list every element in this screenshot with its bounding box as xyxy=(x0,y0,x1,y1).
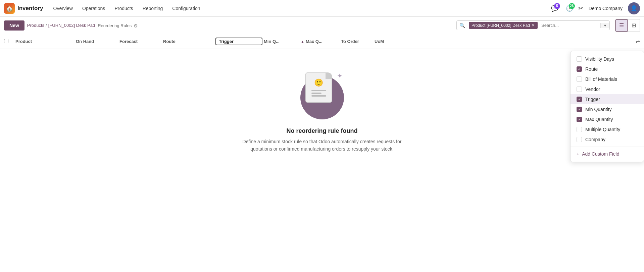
col-picker-divider xyxy=(571,147,644,147)
nav-products[interactable]: Products xyxy=(110,4,137,13)
col-toorder[interactable]: To Order xyxy=(340,39,373,44)
search-tag-value: [FURN_0002] Desk Pad xyxy=(487,23,530,28)
kanban-view-button[interactable]: ⊞ xyxy=(628,19,640,32)
search-icon: 🔍 xyxy=(457,23,468,28)
col-checkbox-route[interactable]: ✓ xyxy=(577,66,582,72)
col-checkbox-min-quantity[interactable]: ✓ xyxy=(577,107,582,112)
search-dropdown-button[interactable]: ▾ xyxy=(600,23,609,28)
col-product[interactable]: Product xyxy=(14,39,75,44)
col-checkbox-bom[interactable] xyxy=(577,76,582,82)
col-uom[interactable]: UoM xyxy=(373,39,400,44)
col-picker-item-visibility-days[interactable]: Visibility Days xyxy=(571,54,644,64)
breadcrumb-child[interactable]: [FURN_0002] Desk Pad xyxy=(48,23,95,28)
clock-icon-btn[interactable]: 🕐 26 xyxy=(563,2,576,14)
messages-badge: 26 xyxy=(569,3,575,9)
col-picker-item-multiple-quantity[interactable]: Multiple Quantity xyxy=(571,124,644,134)
col-picker-item-min-quantity[interactable]: ✓ Min Quantity xyxy=(571,104,644,114)
col-minq[interactable]: Min Q... xyxy=(262,39,299,44)
nav-operations[interactable]: Operations xyxy=(78,4,109,13)
chat-badge: 5 xyxy=(554,3,560,9)
list-view-button[interactable]: ☰ xyxy=(615,19,628,32)
col-picker-item-trigger[interactable]: ✓ Trigger xyxy=(571,94,644,104)
topnav-icons: 💬 5 🕐 26 ✂ Demo Company 👤 xyxy=(549,2,640,14)
col-picker-item-route[interactable]: ✓ Route xyxy=(571,64,644,74)
empty-description: Define a minimum stock rule so that Odoo… xyxy=(238,138,406,153)
col-checkbox-visibility-days[interactable] xyxy=(577,56,582,62)
add-custom-field-button[interactable]: + Add Custom Field xyxy=(571,149,644,159)
column-picker-dropdown: Visibility Days ✓ Route Bill of Material… xyxy=(570,51,644,162)
empty-illustration: 🙂 ✦ xyxy=(297,69,347,119)
col-picker-item-bom[interactable]: Bill of Materials xyxy=(571,74,644,84)
sort-up-icon: ▲ xyxy=(301,40,304,44)
nav-reporting[interactable]: Reporting xyxy=(139,4,167,13)
wrench-icon[interactable]: ✂ xyxy=(578,5,583,12)
col-maxq[interactable]: ▲ Max Q... xyxy=(299,39,340,44)
breadcrumb-separator: / xyxy=(46,23,47,28)
table-area: Product On Hand Forecast Route Trigger M… xyxy=(0,34,644,173)
search-tag-label: Product xyxy=(472,23,485,28)
col-checkbox-multiple-quantity[interactable] xyxy=(577,127,582,132)
company-name: Demo Company xyxy=(589,6,623,11)
table-header: Product On Hand Forecast Route Trigger M… xyxy=(0,34,644,49)
toolbar: New Products / [FURN_0002] Desk Pad Reor… xyxy=(0,17,644,34)
search-bar: 🔍 Product [FURN_0002] Desk Pad ✕ ▾ xyxy=(456,20,610,30)
breadcrumb-parent[interactable]: Products xyxy=(27,23,44,28)
search-input[interactable] xyxy=(539,21,600,29)
chat-icon-btn[interactable]: 💬 5 xyxy=(549,2,561,14)
user-avatar[interactable]: 👤 xyxy=(628,2,640,14)
page-title: Reordering Rules xyxy=(98,23,132,28)
col-checkbox-vendor[interactable] xyxy=(577,87,582,92)
col-checkbox-max-quantity[interactable]: ✓ xyxy=(577,117,582,122)
empty-state: 🙂 ✦ No reordering rule found Define a mi… xyxy=(0,49,644,173)
col-trigger[interactable]: Trigger xyxy=(215,38,262,45)
select-all-checkbox[interactable] xyxy=(4,39,14,44)
sparkle-icon: ✦ xyxy=(337,72,343,80)
nav-configuration[interactable]: Configuration xyxy=(168,4,204,13)
col-onhand[interactable]: On Hand xyxy=(75,39,118,44)
col-forecast[interactable]: Forecast xyxy=(118,39,162,44)
plus-icon: + xyxy=(577,151,579,157)
column-settings-button[interactable]: ⇌ xyxy=(636,38,640,45)
col-checkbox-company[interactable] xyxy=(577,137,582,142)
app-logo: 🏠 xyxy=(4,3,15,14)
search-tag-remove[interactable]: ✕ xyxy=(531,23,535,28)
settings-gear-icon[interactable]: ⚙ xyxy=(134,23,138,29)
smiley-icon: 🙂 xyxy=(314,78,323,87)
search-tag: Product [FURN_0002] Desk Pad ✕ xyxy=(469,22,538,29)
col-checkbox-trigger[interactable]: ✓ xyxy=(577,97,582,102)
col-route[interactable]: Route xyxy=(162,39,215,44)
breadcrumb: Products / [FURN_0002] Desk Pad xyxy=(27,23,95,28)
app-name: Inventory xyxy=(17,5,43,12)
col-picker-item-company[interactable]: Company xyxy=(571,134,644,145)
view-switcher: ☰ ⊞ xyxy=(615,19,640,32)
empty-title: No reordering rule found xyxy=(286,127,357,134)
col-picker-item-max-quantity[interactable]: ✓ Max Quantity xyxy=(571,114,644,124)
nav-overview[interactable]: Overview xyxy=(49,4,77,13)
new-button[interactable]: New xyxy=(4,20,24,31)
topnav: 🏠 Inventory Overview Operations Products… xyxy=(0,0,644,17)
col-picker-item-vendor[interactable]: Vendor xyxy=(571,84,644,94)
